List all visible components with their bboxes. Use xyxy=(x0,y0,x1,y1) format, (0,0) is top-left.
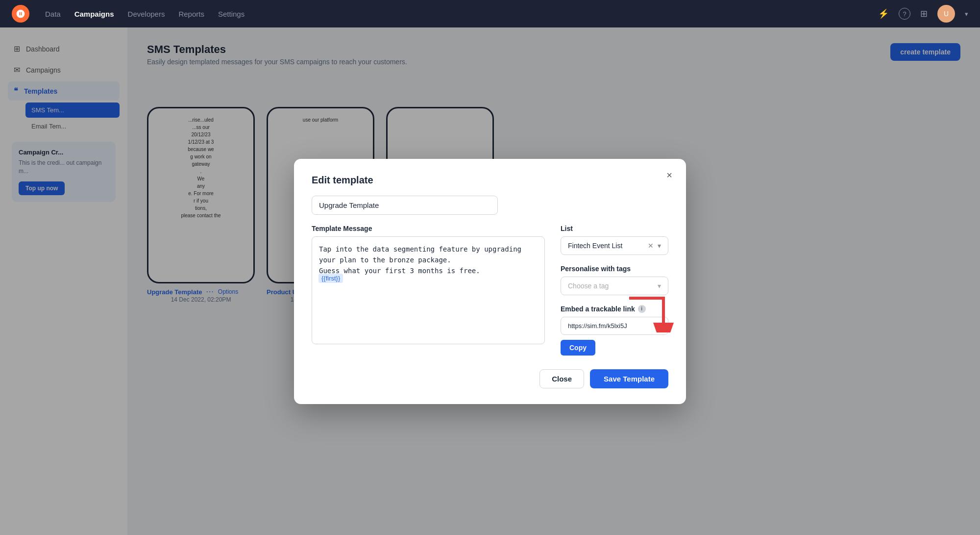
personalise-label: Personalise with tags xyxy=(561,265,668,273)
list-value: Fintech Event List xyxy=(568,242,622,250)
list-chevron-icon[interactable]: ▾ xyxy=(658,242,661,250)
template-message-textarea[interactable]: Tap into the data segmenting feature by … xyxy=(312,236,545,344)
app-logo[interactable] xyxy=(12,5,29,23)
modal-right-panel: List Fintech Event List ✕ ▾ Personalise … xyxy=(561,225,668,356)
nav-right: ⚡ ? ⊞ U ▾ xyxy=(878,5,968,23)
tag-placeholder: Choose a tag xyxy=(568,282,609,290)
chevron-down-icon[interactable]: ▾ xyxy=(965,10,968,18)
avatar[interactable]: U xyxy=(937,5,955,23)
modal-overlay: Edit template × Template Message Tap int… xyxy=(0,27,980,535)
edit-template-modal: Edit template × Template Message Tap int… xyxy=(294,159,686,404)
modal-title: Edit template xyxy=(312,175,668,186)
template-name-input[interactable] xyxy=(312,196,498,215)
nav-campaigns[interactable]: Campaigns xyxy=(74,10,114,18)
message-label: Template Message xyxy=(312,225,545,232)
list-label: List xyxy=(561,225,668,232)
modal-footer: Close Save Template xyxy=(312,369,668,388)
top-navigation: Data Campaigns Developers Reports Settin… xyxy=(0,0,980,27)
nav-reports[interactable]: Reports xyxy=(178,10,204,18)
tag-select[interactable]: Choose a tag ▾ xyxy=(561,277,668,295)
main-area: ⊞ Dashboard ✉ Campaigns ❝ Templates SMS … xyxy=(0,27,980,535)
textarea-wrapper: Tap into the data segmenting feature by … xyxy=(312,236,545,346)
save-template-button[interactable]: Save Template xyxy=(590,369,668,388)
modal-close-button[interactable]: × xyxy=(662,169,676,182)
nav-developers[interactable]: Developers xyxy=(128,10,165,18)
list-clear-icon[interactable]: ✕ xyxy=(648,242,654,250)
grid-icon[interactable]: ⊞ xyxy=(920,8,928,19)
close-button[interactable]: Close xyxy=(539,369,584,388)
modal-body: Template Message Tap into the data segme… xyxy=(312,225,668,356)
tag-chevron-icon: ▾ xyxy=(658,282,661,290)
nav-links: Data Campaigns Developers Reports Settin… xyxy=(45,10,245,18)
nav-data[interactable]: Data xyxy=(45,10,61,18)
modal-left-panel: Template Message Tap into the data segme… xyxy=(312,225,545,356)
nav-settings[interactable]: Settings xyxy=(218,10,245,18)
list-select[interactable]: Fintech Event List ✕ ▾ xyxy=(561,236,668,255)
help-icon[interactable]: ? xyxy=(899,8,910,20)
flash-icon[interactable]: ⚡ xyxy=(878,8,889,19)
copy-button[interactable]: Copy xyxy=(561,340,595,356)
red-arrow xyxy=(619,293,678,334)
close-x-icon: × xyxy=(666,170,672,181)
